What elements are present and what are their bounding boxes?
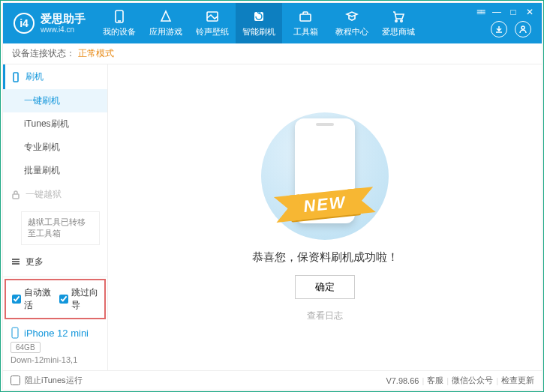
download-button[interactable] (491, 21, 507, 37)
checkbox-skip-guide[interactable]: 跳过向导 (59, 286, 99, 312)
window-minimize-button[interactable]: — (489, 6, 504, 18)
svg-point-6 (401, 19, 402, 21)
svg-point-7 (521, 26, 524, 29)
flash-options-highlight: 自动激活 跳过向导 (5, 279, 106, 319)
footer-link-wechat[interactable]: 微信公众号 (452, 375, 493, 386)
sidebar-item-pro-flash[interactable]: 专业刷机 (3, 136, 107, 159)
nav-tabs: 我的设备 应用游戏 铃声壁纸 智能刷机 工具箱 教程中心 (96, 3, 473, 43)
device-sub: Down-12mini-13,1 (11, 355, 100, 364)
tutorial-icon (345, 10, 359, 23)
window-maximize-button[interactable]: □ (506, 6, 521, 18)
user-button[interactable] (515, 21, 531, 37)
flash-icon (252, 10, 266, 23)
sidebar-group-more[interactable]: 更多 (3, 250, 107, 274)
footer-bar: 阻止iTunes运行 V7.98.66 | 客服 | 微信公众号 | 检查更新 (3, 370, 542, 390)
sidebar-item-batch-flash[interactable]: 批量刷机 (3, 159, 107, 182)
device-phone-icon (11, 327, 20, 339)
tab-store[interactable]: 爱思商城 (375, 3, 422, 43)
svg-rect-13 (12, 328, 18, 338)
brand: i4 爱思助手 www.i4.cn (3, 3, 96, 43)
sidebar: 刷机 一键刷机 iTunes刷机 专业刷机 批量刷机 一键越狱 越狱工具已转移至… (3, 64, 108, 370)
device-storage: 64GB (11, 342, 41, 353)
tab-smart-flash[interactable]: 智能刷机 (236, 3, 282, 43)
sidebar-group-jailbreak: 一键越狱 (3, 182, 107, 207)
device-info[interactable]: iPhone 12 mini 64GB Down-12mini-13,1 (3, 321, 107, 370)
phone-icon (113, 10, 126, 23)
tab-tutorials[interactable]: 教程中心 (329, 3, 375, 43)
wallpaper-icon (206, 10, 219, 23)
window-close-button[interactable]: ✕ (522, 6, 537, 18)
checkbox-auto-activate[interactable]: 自动激活 (12, 286, 52, 312)
sidebar-item-oneclick-flash[interactable]: 一键刷机 (3, 89, 107, 112)
status-bar: 设备连接状态： 正常模式 (3, 43, 542, 64)
version-label: V7.98.66 (386, 376, 419, 385)
app-logo-icon: i4 (14, 13, 35, 34)
device-name: iPhone 12 mini (24, 328, 89, 339)
checkbox-block-itunes[interactable]: 阻止iTunes运行 (11, 375, 83, 386)
jailbreak-note: 越狱工具已转移至工具箱 (21, 211, 100, 245)
svg-rect-9 (13, 194, 19, 199)
tab-apps-games[interactable]: 应用游戏 (143, 3, 189, 43)
success-illustration: NEW (250, 112, 400, 240)
tab-ringtones[interactable]: 铃声壁纸 (189, 3, 236, 43)
status-value: 正常模式 (78, 47, 114, 60)
svg-rect-8 (14, 73, 18, 82)
svg-rect-4 (300, 14, 311, 21)
app-site: www.i4.cn (41, 25, 86, 34)
footer-link-support[interactable]: 客服 (427, 375, 443, 386)
window-menu-button[interactable]: ≡≡ (473, 6, 488, 18)
window-controls: ≡≡ — □ ✕ (473, 3, 542, 18)
success-message: 恭喜您，保资料刷机成功啦！ (252, 250, 398, 265)
top-toolbar: i4 爱思助手 www.i4.cn 我的设备 应用游戏 铃声壁纸 智能刷机 (3, 3, 542, 43)
toolbox-icon (299, 10, 312, 23)
footer-link-update[interactable]: 检查更新 (501, 375, 534, 386)
sidebar-group-flash[interactable]: 刷机 (3, 64, 107, 89)
tab-my-device[interactable]: 我的设备 (96, 3, 143, 43)
apps-icon (159, 10, 173, 23)
tab-toolbox[interactable]: 工具箱 (282, 3, 329, 43)
ok-button[interactable]: 确定 (295, 275, 355, 299)
sidebar-item-itunes-flash[interactable]: iTunes刷机 (3, 112, 107, 136)
cart-icon (392, 10, 405, 23)
app-name: 爱思助手 (41, 13, 86, 25)
main-content: NEW 恭喜您，保资料刷机成功啦！ 确定 查看日志 (108, 64, 542, 370)
view-log-link[interactable]: 查看日志 (307, 310, 343, 322)
app-window: i4 爱思助手 www.i4.cn 我的设备 应用游戏 铃声壁纸 智能刷机 (3, 3, 542, 390)
svg-point-5 (395, 19, 397, 21)
status-label: 设备连接状态： (12, 47, 75, 60)
